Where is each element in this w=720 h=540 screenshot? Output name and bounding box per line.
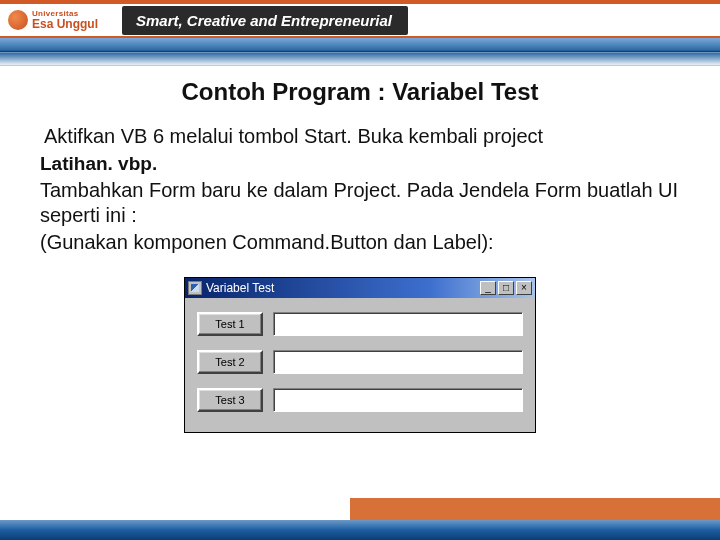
slide-title: Contoh Program : Variabel Test: [40, 78, 680, 106]
instruction-line-1: Aktifkan VB 6 melalui tombol Start. Buka…: [44, 124, 680, 149]
command-button-test3[interactable]: Test 3: [197, 388, 263, 412]
logo-icon: [8, 10, 28, 30]
command-button-test1[interactable]: Test 1: [197, 312, 263, 336]
maximize-button[interactable]: □: [498, 281, 514, 295]
instruction-line-1a: Aktifkan VB 6 melalui tombol Start. Buka…: [44, 125, 543, 147]
form-client-area: Test 1 Test 2 Test 3: [185, 298, 535, 432]
footer-blue-bar: [0, 520, 720, 540]
slide-content: Contoh Program : Variabel Test Aktifkan …: [0, 66, 720, 433]
vb-form-window: Variabel Test _ □ × Test 1 Test 2 Test 3: [184, 277, 536, 433]
label-output-3: [273, 388, 523, 412]
project-filename: Latihan. vbp.: [40, 153, 157, 174]
instruction-line-3: (Gunakan komponen Command.Button dan Lab…: [40, 230, 680, 255]
window-title: Variabel Test: [206, 281, 476, 295]
university-header: Universitas Esa Unggul Smart, Creative a…: [0, 0, 720, 38]
command-button-test2[interactable]: Test 2: [197, 350, 263, 374]
university-name: Esa Unggul: [32, 18, 98, 30]
footer-orange-bar: [350, 498, 720, 520]
university-logo: Universitas Esa Unggul: [8, 10, 98, 30]
label-output-2: [273, 350, 523, 374]
footer-bars: [0, 498, 720, 540]
label-output-1: [273, 312, 523, 336]
instruction-project-name: Latihan. vbp.: [40, 151, 680, 176]
window-titlebar[interactable]: Variabel Test _ □ ×: [185, 278, 535, 298]
decorative-blue-strip: [0, 38, 720, 66]
form-row: Test 3: [197, 388, 523, 412]
instruction-line-2: Tambahkan Form baru ke dalam Project. Pa…: [40, 178, 680, 228]
form-row: Test 2: [197, 350, 523, 374]
university-tagline: Smart, Creative and Entrepreneurial: [122, 6, 408, 35]
close-button[interactable]: ×: [516, 281, 532, 295]
form-row: Test 1: [197, 312, 523, 336]
minimize-button[interactable]: _: [480, 281, 496, 295]
form-icon: [188, 281, 202, 295]
